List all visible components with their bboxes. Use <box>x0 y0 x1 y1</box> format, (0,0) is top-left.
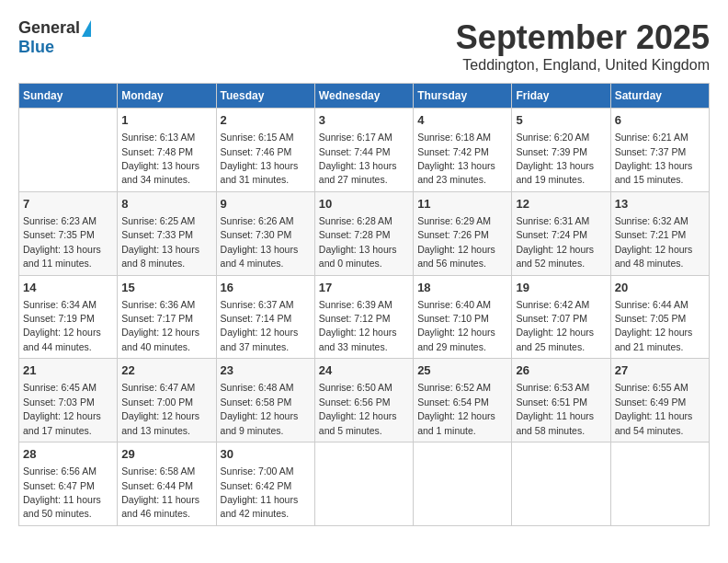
cell-content-line: Daylight: 13 hours <box>121 244 199 255</box>
cell-content-line: Sunset: 7:48 PM <box>121 146 193 157</box>
calendar-cell <box>314 442 413 526</box>
cell-content-line: Sunset: 7:26 PM <box>417 229 489 240</box>
day-number: 16 <box>221 280 311 296</box>
calendar-week-row: 28Sunrise: 6:56 AMSunset: 6:47 PMDayligh… <box>19 442 710 526</box>
cell-content-line: Sunrise: 6:26 AM <box>221 215 294 226</box>
cell-content-line: Sunset: 7:35 PM <box>23 229 95 240</box>
cell-content-line: Sunrise: 6:47 AM <box>121 382 195 393</box>
day-number: 11 <box>417 196 507 213</box>
day-number: 10 <box>319 196 409 213</box>
cell-content-line: Sunrise: 6:21 AM <box>615 132 688 143</box>
day-number: 26 <box>516 362 606 379</box>
calendar-cell: 15Sunrise: 6:36 AMSunset: 7:17 PMDayligh… <box>118 275 216 359</box>
cell-content-line: Sunrise: 6:20 AM <box>516 132 589 143</box>
cell-content-line: Daylight: 13 hours <box>319 160 397 171</box>
cell-content-line: Sunrise: 6:29 AM <box>417 215 491 226</box>
calendar-cell <box>512 442 610 526</box>
cell-content-line: and 56 minutes. <box>417 258 486 269</box>
cell-content-line: Sunrise: 6:37 AM <box>221 299 294 310</box>
day-number: 20 <box>615 280 705 296</box>
cell-content-line: Daylight: 12 hours <box>615 327 693 338</box>
col-header-wednesday: Wednesday <box>314 84 413 109</box>
cell-content-line: Daylight: 12 hours <box>516 244 594 255</box>
day-number: 14 <box>23 280 113 296</box>
cell-content-line: and 23 minutes. <box>417 174 486 185</box>
calendar-cell: 21Sunrise: 6:45 AMSunset: 7:03 PMDayligh… <box>19 359 118 442</box>
cell-content-line: Sunrise: 7:00 AM <box>221 465 294 477</box>
cell-content-line: Sunrise: 6:36 AM <box>121 299 195 310</box>
cell-content-line: and 37 minutes. <box>221 341 290 352</box>
day-number: 12 <box>516 196 606 213</box>
day-number: 4 <box>417 112 507 129</box>
calendar-cell: 23Sunrise: 6:48 AMSunset: 6:58 PMDayligh… <box>216 359 314 442</box>
cell-content-line: and 19 minutes. <box>516 174 585 185</box>
cell-content-line: Sunset: 7:21 PM <box>615 229 687 240</box>
logo: General Blue <box>18 18 91 57</box>
cell-content-line: and 11 minutes. <box>23 258 92 269</box>
cell-content-line: Sunrise: 6:39 AM <box>319 299 392 310</box>
calendar-cell: 5Sunrise: 6:20 AMSunset: 7:39 PMDaylight… <box>512 109 610 192</box>
day-number: 3 <box>319 112 409 129</box>
cell-content-line: Daylight: 13 hours <box>516 160 594 171</box>
day-number: 19 <box>516 280 606 296</box>
cell-content-line: and 1 minute. <box>417 425 476 436</box>
day-number: 28 <box>23 446 113 463</box>
cell-content-line: Daylight: 12 hours <box>615 244 693 255</box>
logo-triangle-icon <box>82 20 91 37</box>
day-number: 1 <box>121 112 211 129</box>
calendar-cell: 29Sunrise: 6:58 AMSunset: 6:44 PMDayligh… <box>118 442 216 526</box>
cell-content-line: Sunrise: 6:48 AM <box>221 382 294 393</box>
cell-content-line: Sunset: 7:42 PM <box>417 146 489 157</box>
cell-content-line: Sunrise: 6:31 AM <box>516 215 589 226</box>
day-number: 22 <box>121 362 211 379</box>
calendar-header-row: SundayMondayTuesdayWednesdayThursdayFrid… <box>19 84 710 109</box>
cell-content-line: Daylight: 11 hours <box>121 494 199 505</box>
calendar-cell: 18Sunrise: 6:40 AMSunset: 7:10 PMDayligh… <box>414 275 512 359</box>
calendar-cell: 2Sunrise: 6:15 AMSunset: 7:46 PMDaylight… <box>216 109 314 192</box>
day-number: 15 <box>121 280 211 296</box>
calendar-cell: 17Sunrise: 6:39 AMSunset: 7:12 PMDayligh… <box>314 275 413 359</box>
cell-content-line: and 4 minutes. <box>221 258 284 269</box>
calendar-cell: 14Sunrise: 6:34 AMSunset: 7:19 PMDayligh… <box>19 275 118 359</box>
cell-content-line: Sunset: 7:19 PM <box>23 313 95 324</box>
day-number: 2 <box>221 112 311 129</box>
cell-content-line: and 54 minutes. <box>615 425 684 436</box>
cell-content-line: Sunrise: 6:50 AM <box>319 382 392 393</box>
cell-content-line: and 13 minutes. <box>121 425 190 436</box>
cell-content-line: and 42 minutes. <box>221 508 290 519</box>
cell-content-line: and 15 minutes. <box>615 174 684 185</box>
cell-content-line: Sunset: 7:00 PM <box>121 396 193 408</box>
cell-content-line: Sunset: 6:54 PM <box>417 396 489 408</box>
cell-content-line: Sunrise: 6:34 AM <box>23 299 97 310</box>
cell-content-line: and 29 minutes. <box>417 341 486 352</box>
cell-content-line: Daylight: 12 hours <box>121 410 199 421</box>
cell-content-line: Sunset: 6:44 PM <box>121 480 193 491</box>
calendar-cell: 11Sunrise: 6:29 AMSunset: 7:26 PMDayligh… <box>414 191 512 275</box>
cell-content-line: Sunrise: 6:28 AM <box>319 215 392 226</box>
cell-content-line: Sunset: 7:28 PM <box>319 229 391 240</box>
logo-blue-text: Blue <box>18 38 54 57</box>
calendar-cell: 13Sunrise: 6:32 AMSunset: 7:21 PMDayligh… <box>610 191 709 275</box>
cell-content-line: and 40 minutes. <box>121 341 190 352</box>
col-header-monday: Monday <box>118 84 216 109</box>
cell-content-line: Sunset: 7:39 PM <box>516 146 587 157</box>
calendar-cell: 16Sunrise: 6:37 AMSunset: 7:14 PMDayligh… <box>216 275 314 359</box>
cell-content-line: Sunrise: 6:18 AM <box>417 132 491 143</box>
calendar-table: SundayMondayTuesdayWednesdayThursdayFrid… <box>18 83 710 526</box>
cell-content-line: Sunrise: 6:45 AM <box>23 382 97 393</box>
cell-content-line: Daylight: 11 hours <box>516 410 594 421</box>
title-block: September 2025 Teddington, England, Unit… <box>456 18 710 74</box>
cell-content-line: Sunrise: 6:17 AM <box>319 132 392 143</box>
day-number: 8 <box>121 196 211 213</box>
day-number: 29 <box>121 446 211 463</box>
col-header-thursday: Thursday <box>414 84 512 109</box>
cell-content-line: Sunset: 6:49 PM <box>615 396 687 408</box>
day-number: 18 <box>417 280 507 296</box>
cell-content-line: and 50 minutes. <box>23 508 92 519</box>
cell-content-line: Sunset: 7:05 PM <box>615 313 687 324</box>
calendar-cell: 12Sunrise: 6:31 AMSunset: 7:24 PMDayligh… <box>512 191 610 275</box>
cell-content-line: and 17 minutes. <box>23 425 92 436</box>
cell-content-line: Sunset: 7:44 PM <box>319 146 391 157</box>
cell-content-line: and 25 minutes. <box>516 341 585 352</box>
day-number: 23 <box>221 362 311 379</box>
